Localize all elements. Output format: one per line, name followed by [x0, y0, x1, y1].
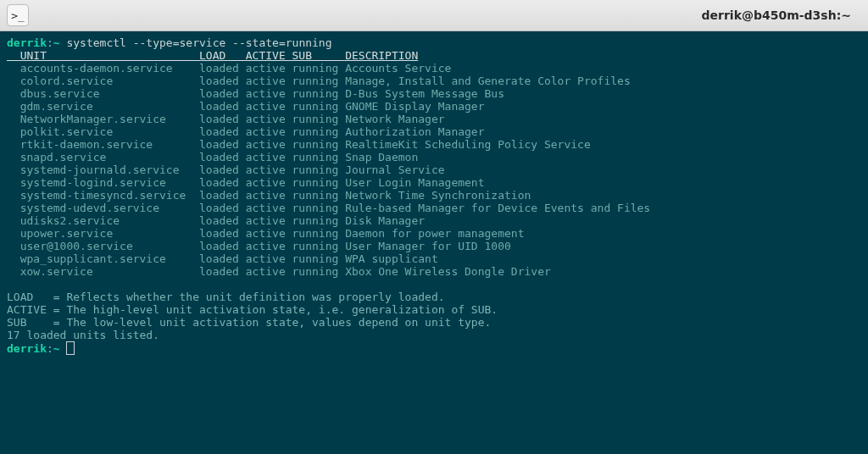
prompt-path: ~: [53, 36, 60, 49]
cursor: [66, 341, 75, 355]
prompt-user-2: derrik: [7, 342, 47, 355]
legend-sub: SUB = The low-level unit activation stat…: [7, 316, 491, 329]
titlebar: >_ derrik@b450m-d3sh:~: [0, 0, 868, 31]
terminal-icon: >_: [11, 9, 25, 22]
prompt-path-2: ~: [53, 342, 60, 355]
terminal-app-icon[interactable]: >_: [7, 4, 29, 26]
terminal-window: >_ derrik@b450m-d3sh:~ derrik:~ systemct…: [0, 0, 868, 454]
prompt-sep: :: [47, 36, 53, 49]
prompt-line-1: derrik:~ systemctl --type=service --stat…: [7, 36, 332, 49]
header-row: UNIT LOAD ACTIVE SUB DESCRIPTION: [7, 49, 418, 62]
legend-load: LOAD = Reflects whether the unit definit…: [7, 291, 445, 303]
window-title: derrik@b450m-d3sh:~: [34, 8, 861, 22]
service-rows: accounts-daemon.service loaded active ru…: [7, 62, 650, 278]
command-text: systemctl --type=service --state=running: [66, 36, 331, 49]
prompt-sep-2: :: [47, 342, 53, 355]
prompt-user: derrik: [7, 36, 47, 49]
legend-summary: 17 loaded units listed.: [7, 329, 159, 341]
legend-active: ACTIVE = The high-level unit activation …: [7, 303, 498, 316]
terminal-body[interactable]: derrik:~ systemctl --type=service --stat…: [0, 31, 868, 454]
prompt-line-2: derrik:~: [7, 342, 75, 355]
